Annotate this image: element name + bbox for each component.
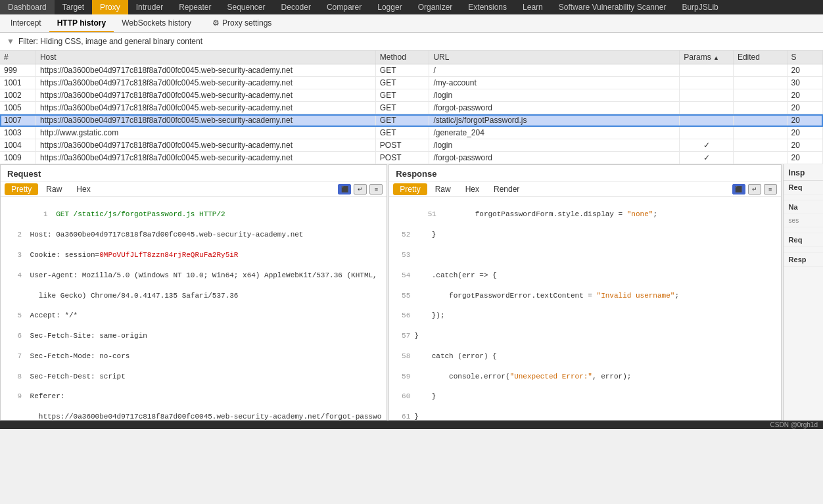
cell-status: 20 xyxy=(787,139,822,152)
response-panel-title: Response xyxy=(389,165,780,182)
sub-nav: Intercept HTTP history WebSockets histor… xyxy=(0,14,823,33)
response-tab-render[interactable]: Render xyxy=(487,183,526,195)
nav-organizer[interactable]: Organizer xyxy=(410,0,461,14)
tab-websockets-history[interactable]: WebSockets history xyxy=(114,14,199,32)
cell-status: 20 xyxy=(787,64,822,77)
table-row[interactable]: 1001 https://0a3600be04d9717c818f8a7d00f… xyxy=(0,77,823,89)
cell-num: 1009 xyxy=(0,152,35,164)
top-nav: Dashboard Target Proxy Intruder Repeater… xyxy=(0,0,823,14)
col-header-params[interactable]: Params ▲ xyxy=(680,51,734,64)
table-row[interactable]: 999 https://0a3600be04d9717c818f8a7d00fc… xyxy=(0,64,823,77)
cell-status: 20 xyxy=(787,89,822,102)
cell-status: 20 xyxy=(787,127,822,139)
table-row[interactable]: 1009 https://0a3600be04d9717c818f8a7d00f… xyxy=(0,152,823,164)
cell-params xyxy=(680,127,734,139)
inspector-section-req2: Req xyxy=(784,233,823,247)
nav-intruder[interactable]: Intruder xyxy=(128,0,171,14)
cell-edited xyxy=(733,152,787,164)
cell-method: GET xyxy=(375,64,429,77)
nav-sequencer[interactable]: Sequencer xyxy=(220,0,273,14)
cell-num: 1005 xyxy=(0,102,35,114)
tab-proxy-settings[interactable]: ⚙ Proxy settings xyxy=(204,14,279,32)
cell-params: ✓ xyxy=(680,139,734,152)
response-tool-wrap[interactable]: ⬛ xyxy=(732,184,745,195)
nav-comparer[interactable]: Comparer xyxy=(319,0,369,14)
cell-edited xyxy=(733,127,787,139)
table-row[interactable]: 1003 http://www.gstatic.com GET /generat… xyxy=(0,127,823,139)
table-row[interactable]: 1007 https://0a3600be04d9717c818f8a7d00f… xyxy=(0,114,823,127)
filter-bar: ▼ Filter: Hiding CSS, image and general … xyxy=(0,33,823,51)
request-tool-ln[interactable]: ↵ xyxy=(354,184,367,195)
filter-icon: ▼ xyxy=(7,37,14,46)
table-row[interactable]: 1004 https://0a3600be04d9717c818f8a7d00f… xyxy=(0,139,823,152)
table-row[interactable]: 1005 https://0a3600be04d9717c818f8a7d00f… xyxy=(0,102,823,114)
response-panel-tabs: Pretty Raw Hex Render ⬛ ↵ ≡ xyxy=(389,182,780,197)
cell-host: https://0a3600be04d9717c818f8a7d00fc0045… xyxy=(35,64,375,77)
cell-method: POST xyxy=(375,139,429,152)
inspector-section-empty3 xyxy=(784,247,823,253)
request-tool-wrap[interactable]: ⬛ xyxy=(338,184,351,195)
request-tool-menu[interactable]: ≡ xyxy=(369,184,383,195)
nav-software-vuln-scanner[interactable]: Software Vulnerability Scanner xyxy=(551,0,674,14)
response-tab-raw[interactable]: Raw xyxy=(429,183,458,195)
nav-target[interactable]: Target xyxy=(55,0,92,14)
cell-num: 1004 xyxy=(0,139,35,152)
cell-status: 20 xyxy=(787,114,822,127)
response-tab-hex[interactable]: Hex xyxy=(459,183,486,195)
col-header-url[interactable]: URL xyxy=(429,51,680,64)
cell-edited xyxy=(733,102,787,114)
cell-host: https://0a3600be04d9717c818f8a7d00fc0045… xyxy=(35,77,375,89)
inspector-title: Insp xyxy=(784,164,823,181)
nav-proxy[interactable]: Proxy xyxy=(92,0,128,14)
col-header-num[interactable]: # xyxy=(0,51,35,64)
cell-num: 999 xyxy=(0,64,35,77)
cell-url: / xyxy=(429,64,680,77)
cell-params xyxy=(680,64,734,77)
cell-status: 20 xyxy=(787,102,822,114)
tab-intercept[interactable]: Intercept xyxy=(3,14,49,32)
col-header-host[interactable]: Host xyxy=(35,51,375,64)
cell-url: /static/js/forgotPassword.js xyxy=(429,114,680,127)
cell-url: /generate_204 xyxy=(429,127,680,139)
nav-learn[interactable]: Learn xyxy=(515,0,551,14)
request-tab-pretty[interactable]: Pretty xyxy=(5,183,38,195)
cell-params xyxy=(680,114,734,127)
inspector-section-resp: Resp xyxy=(784,253,823,267)
request-tab-hex[interactable]: Hex xyxy=(70,183,97,195)
response-tool-menu[interactable]: ≡ xyxy=(764,184,777,195)
response-code-area: 51 forgotPasswordForm.style.display = "n… xyxy=(389,197,780,420)
cell-edited xyxy=(733,139,787,152)
nav-burpjslib[interactable]: BurpJSLib xyxy=(674,0,726,14)
table-row[interactable]: 1002 https://0a3600be04d9717c818f8a7d00f… xyxy=(0,89,823,102)
col-header-method[interactable]: Method xyxy=(375,51,429,64)
cell-params xyxy=(680,102,734,114)
inspector-section-na: Na xyxy=(784,200,823,214)
cell-num: 1003 xyxy=(0,127,35,139)
cell-edited xyxy=(733,77,787,89)
cell-host: https://0a3600be04d9717c818f8a7d00fc0045… xyxy=(35,114,375,127)
inspector-section-req1: Req xyxy=(784,181,823,195)
cell-method: POST xyxy=(375,152,429,164)
response-tab-pretty[interactable]: Pretty xyxy=(393,183,427,195)
cell-status: 30 xyxy=(787,77,822,89)
history-table: # Host Method URL Params ▲ Edited S 999 … xyxy=(0,51,823,164)
nav-decoder[interactable]: Decoder xyxy=(273,0,319,14)
response-tool-ln[interactable]: ↵ xyxy=(748,184,761,195)
nav-repeater[interactable]: Repeater xyxy=(171,0,219,14)
request-tab-raw[interactable]: Raw xyxy=(39,183,68,195)
tab-http-history[interactable]: HTTP history xyxy=(49,14,114,32)
status-bar-text: CSDN @0rgh1d xyxy=(770,421,818,428)
nav-dashboard[interactable]: Dashboard xyxy=(0,0,55,14)
col-header-edited[interactable]: Edited xyxy=(733,51,787,64)
response-panel: Response Pretty Raw Hex Render ⬛ ↵ ≡ 51 … xyxy=(388,164,781,421)
response-tools: ⬛ ↵ ≡ xyxy=(732,184,777,195)
cell-edited xyxy=(733,89,787,102)
cell-params: ✓ xyxy=(680,152,734,164)
col-header-status[interactable]: S xyxy=(787,51,822,64)
nav-extensions[interactable]: Extensions xyxy=(460,0,515,14)
cell-host: https://0a3600be04d9717c818f8a7d00fc0045… xyxy=(35,152,375,164)
cell-edited xyxy=(733,114,787,127)
cell-host: https://0a3600be04d9717c818f8a7d00fc0045… xyxy=(35,102,375,114)
nav-logger[interactable]: Logger xyxy=(369,0,410,14)
cell-host: http://www.gstatic.com xyxy=(35,127,375,139)
